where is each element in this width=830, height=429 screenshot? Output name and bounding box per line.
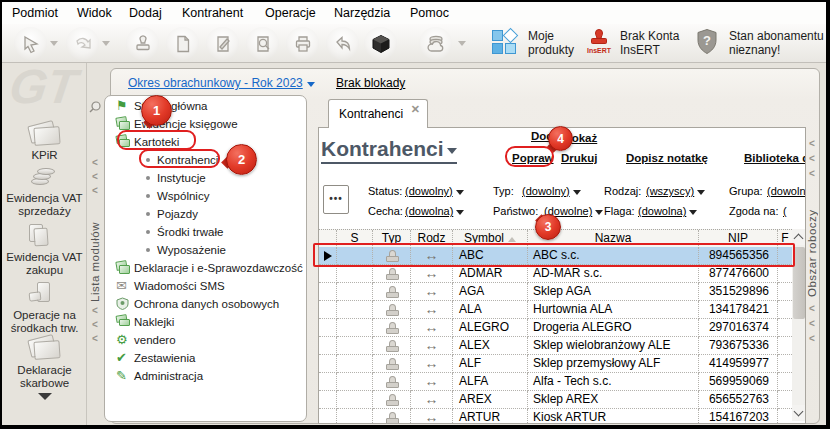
stan-abonamentu-label: Stan abonamentunieznany! <box>729 29 824 57</box>
tree-item-wiadomosci-sms[interactable]: ✉Wiadomości SMS <box>105 277 307 295</box>
brak-konta-icon[interactable]: InsERT <box>585 27 613 57</box>
table-row[interactable]: ↔ALEGRODrogeria ALEGRO297016374 <box>319 319 792 337</box>
page-title[interactable]: Kontrahenci <box>321 137 457 164</box>
tree-item-naklejki[interactable]: Naklejki <box>105 313 307 331</box>
annotation-box-popraw <box>505 146 554 167</box>
okres-obrachunkowy-link[interactable]: Okres obrachunkowy - Rok 2023 <box>128 76 315 90</box>
menu-kontrahent[interactable]: Kontrahent <box>182 6 243 20</box>
bullet-icon <box>146 194 150 198</box>
menu-bar: Podmiot Widok Dodaj Kontrahent Operacje … <box>2 2 826 24</box>
typ-stamp-icon <box>386 322 398 334</box>
tree-item-pojazdy[interactable]: Pojazdy <box>105 205 307 223</box>
obszar-roboczy-label: Obszar roboczy <box>806 195 818 297</box>
drukuj-link[interactable]: Drukuj <box>561 152 597 164</box>
edit-button[interactable] <box>206 27 239 60</box>
filter-zgoda-value[interactable]: ( <box>783 205 787 217</box>
tree-item-wspolnicy[interactable]: Wspólnicy <box>105 187 307 205</box>
cloud-dropdown-caret[interactable] <box>458 41 466 46</box>
rodz-arrows-icon: ↔ <box>411 373 452 389</box>
bullet-icon <box>146 248 150 252</box>
scroll-down-button[interactable] <box>792 405 806 421</box>
menu-dodaj[interactable]: Dodaj <box>129 6 162 20</box>
toolbar: Mojeprodukty InsERT Brak KontaInsERT ? S… <box>2 24 826 63</box>
tab-close-icon[interactable]: ✕ <box>411 103 420 116</box>
table-row[interactable]: ↔AREXSklep AREX656552763 <box>319 391 792 409</box>
sort-ascending-icon <box>508 237 516 242</box>
view-button[interactable] <box>246 27 279 60</box>
table-row[interactable]: ↔ALAHurtownia ALA134178421 <box>319 301 792 319</box>
undo-button[interactable] <box>326 27 359 60</box>
menu-narzedzia[interactable]: Narzędzia <box>334 6 390 20</box>
dopisz-notatke-link[interactable]: Dopisz notatkę <box>626 152 708 164</box>
tree-item-zestawienia[interactable]: ✔Zestawienia <box>105 349 307 367</box>
cube-button[interactable] <box>364 27 397 60</box>
rodz-arrows-icon: ↔ <box>411 265 452 281</box>
tree-item-vendero[interactable]: ⚙vendero <box>105 331 307 349</box>
annotation-box-kartoteki <box>117 130 196 150</box>
back-dropdown-caret[interactable] <box>50 41 58 46</box>
bullet-icon <box>146 212 150 216</box>
tree-item-wyposazenie[interactable]: Wyposażenie <box>105 241 307 259</box>
menu-operacje[interactable]: Operacje <box>265 6 316 20</box>
rodz-arrows-icon: ↔ <box>411 409 452 424</box>
tree-item-srodki-trwale[interactable]: Środki trwałe <box>105 223 307 241</box>
filter-cecha-label: Cecha: <box>368 205 403 217</box>
tree-item-ochrona-danych[interactable]: Ochrona danych osobowych <box>105 295 307 313</box>
forward-dropdown-caret[interactable] <box>102 41 110 46</box>
blank-page-icon <box>172 33 194 55</box>
filter-grupa-label: Grupa: <box>729 185 763 197</box>
rodz-arrows-icon: ↔ <box>411 301 452 317</box>
rodz-arrows-icon: ↔ <box>411 337 452 353</box>
tree-item-administracja[interactable]: ✎Administracja <box>105 367 307 385</box>
table-row[interactable]: ↔AGASklep AGA351529896 <box>319 283 792 301</box>
typ-stamp-icon <box>386 304 398 316</box>
bullet-icon <box>146 230 150 234</box>
tree-item-instytucje[interactable]: Instytucje <box>105 169 307 187</box>
add-button[interactable] <box>126 27 159 60</box>
lista-modulow-label: Lista modułów <box>89 200 101 302</box>
tree-item-deklaracje[interactable]: Deklaracje i e-Sprawozdawczość <box>105 259 307 277</box>
table-row[interactable]: ↔ARTURKiosk ARTUR154167203 <box>319 409 792 424</box>
brak-konta-label[interactable]: Brak KontaInsERT <box>620 29 679 57</box>
rodz-arrows-icon: ↔ <box>411 355 452 371</box>
table-row[interactable]: ↔ALFAAlfa - Tech s.c.569959069 <box>319 373 792 391</box>
tree-item-strona-glowna[interactable]: ⚑Strona główna <box>105 97 307 115</box>
tab-kontrahenci[interactable]: Kontrahenci ✕ <box>328 99 428 128</box>
filter-grupa-value[interactable]: (dowoln <box>767 185 806 197</box>
brak-blokady-link[interactable]: Brak blokady <box>336 76 405 90</box>
sms-envelope-icon: ✉ <box>116 279 132 293</box>
cube-icon <box>370 33 392 55</box>
table-row[interactable]: ↔ALEXSklep wielobranżowy ALE793675336 <box>319 337 792 355</box>
menu-widok[interactable]: Widok <box>77 6 112 20</box>
cloud-archive-button[interactable] <box>419 27 452 60</box>
menu-podmiot[interactable]: Podmiot <box>12 6 58 20</box>
annotation-balloon-2: 2 <box>226 144 257 175</box>
forward-button[interactable] <box>66 27 99 60</box>
printer-icon <box>292 33 314 55</box>
filter-flaga-value[interactable]: (dowolna) <box>638 205 697 217</box>
filter-options-button[interactable]: ••• <box>323 185 349 214</box>
filter-cecha-value[interactable]: (dowolna) <box>405 205 464 217</box>
menu-pomoc[interactable]: Pomoc <box>410 6 449 20</box>
application-window: Podmiot Widok Dodaj Kontrahent Operacje … <box>0 0 830 429</box>
back-button[interactable] <box>14 27 47 60</box>
filter-rodzaj-value[interactable]: (wszyscy) <box>646 185 705 197</box>
moje-produkty-label[interactable]: Mojeprodukty <box>528 29 574 57</box>
print-button[interactable] <box>286 27 319 60</box>
annotation-balloon-4: 4 <box>548 126 573 151</box>
moje-produkty-icon[interactable] <box>491 29 521 57</box>
table-row[interactable]: ↔ALFSklep przemysłowy ALF414959977 <box>319 355 792 373</box>
gt-watermark: GT <box>6 59 80 114</box>
pin-icon[interactable] <box>88 100 102 114</box>
new-document-button[interactable] <box>166 27 199 60</box>
typ-stamp-icon <box>386 376 398 388</box>
typ-stamp-icon <box>386 340 398 352</box>
filter-status-value[interactable]: (dowolny) <box>405 185 464 197</box>
table-row[interactable]: ↔ADMARAD-MAR s.c.877476600 <box>319 265 792 283</box>
annotation-balloon-3: 3 <box>535 214 561 240</box>
biblioteka-link[interactable]: Biblioteka dok <box>744 152 806 164</box>
sidebar-more-arrow[interactable] <box>38 393 52 400</box>
title-caret <box>447 148 457 154</box>
filter-typ-value[interactable]: (dowolny) <box>522 185 581 197</box>
shield-icon[interactable]: ? <box>694 27 720 57</box>
